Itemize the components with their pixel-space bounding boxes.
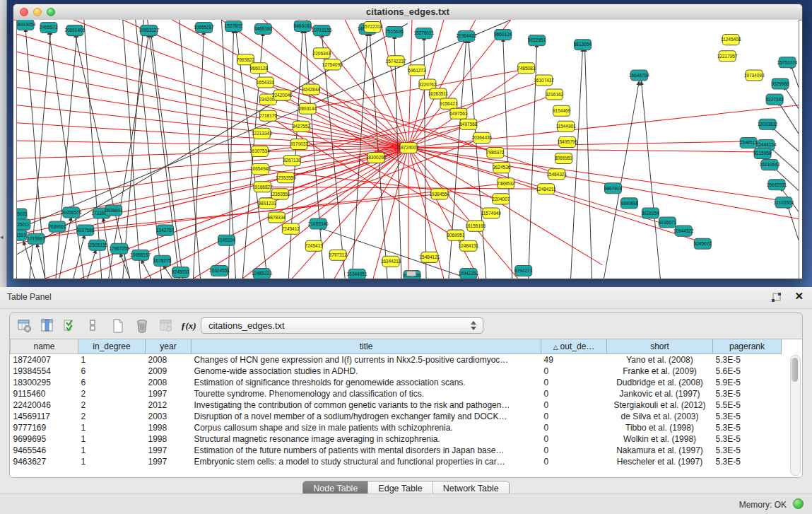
graph-node-yellow[interactable]: 19734093 xyxy=(744,70,765,81)
column-header-title[interactable]: title xyxy=(192,339,541,354)
graph-node-teal[interactable]: 2639061 xyxy=(48,221,66,232)
graph-node-yellow[interactable]: 3216162 xyxy=(546,89,564,100)
graph-node-yellow[interactable]: 16344213 xyxy=(381,256,401,267)
graph-node-teal[interactable]: 1598513 xyxy=(740,137,758,148)
graph-node-teal[interactable]: 9245031 xyxy=(172,267,190,277)
graph-node-yellow[interactable]: 1654331 xyxy=(257,77,275,88)
delete-button[interactable] xyxy=(133,317,151,335)
graph-node-yellow[interactable]: 2718176 xyxy=(259,110,278,121)
float-panel-icon[interactable] xyxy=(770,291,782,304)
graph-node-teal[interactable]: 21053346 xyxy=(308,218,329,229)
table-row[interactable]: 969969511998Structural magnetic resonanc… xyxy=(11,433,782,445)
graph-node-yellow[interactable]: 2206343 xyxy=(313,48,331,59)
graph-node-teal[interactable]: 9097588 xyxy=(76,225,95,235)
network-graph[interactable]: 1831305424055722069140610653327106552871… xyxy=(17,20,799,279)
table-header-row[interactable]: namein_degreeyeartitle△out_de…shortpager… xyxy=(11,339,782,354)
citation-edge-red[interactable] xyxy=(73,20,408,148)
table-settings-button[interactable] xyxy=(16,317,34,335)
graph-node-yellow[interactable]: 2204007 xyxy=(492,194,510,204)
graph-node-teal[interactable]: 1215683 xyxy=(27,233,45,244)
network-canvas[interactable]: 1831305424055722069140610653327106552871… xyxy=(16,20,799,279)
graph-node-yellow[interactable]: 8797312 xyxy=(329,250,348,260)
citation-edge-red[interactable] xyxy=(260,169,498,197)
split-pane-grip[interactable] xyxy=(406,271,416,276)
graph-node-yellow[interactable]: 15484321 xyxy=(546,169,567,180)
graph-node-teal[interactable]: 10324551 xyxy=(209,265,230,276)
graph-node-yellow[interactable]: 11544901 xyxy=(555,121,576,132)
graph-node-yellow[interactable]: 2803144 xyxy=(299,103,317,114)
graph-node-yellow[interactable]: 16155165 xyxy=(465,221,486,231)
graph-node-yellow[interactable]: 9154469 xyxy=(553,105,571,116)
graph-node-teal[interactable]: 1527602 xyxy=(225,21,243,32)
select-column-button[interactable] xyxy=(38,317,57,335)
column-header-pagerank[interactable]: pagerank xyxy=(713,339,782,354)
column-header-out_de[interactable]: △out_de… xyxy=(541,339,607,354)
graph-node-teal[interactable]: 10655287 xyxy=(194,23,214,33)
citation-edge-red[interactable] xyxy=(194,148,408,279)
graph-node-yellow[interactable]: 12213343 xyxy=(252,128,272,139)
graph-node-yellow[interactable]: 6497568 xyxy=(459,119,478,129)
citation-edge-red[interactable] xyxy=(17,148,408,180)
graph-node-teal[interactable]: 16344051 xyxy=(347,269,367,279)
graph-node-yellow[interactable]: 15495796 xyxy=(557,136,577,147)
graph-node-teal[interactable]: 20206576 xyxy=(61,207,81,218)
graph-node-teal[interactable]: 1145194 xyxy=(218,235,235,245)
graph-node-teal[interactable]: 21364432 xyxy=(456,31,476,42)
graph-node-teal[interactable]: 9329966 xyxy=(771,78,789,89)
graph-node-teal[interactable]: 9227343 xyxy=(765,94,784,105)
citation-edge-black[interactable] xyxy=(571,47,583,279)
graph-node-yellow[interactable]: 9156421 xyxy=(440,98,458,109)
graph-node-yellow[interactable]: 8427552 xyxy=(293,121,311,132)
validate-columns-button[interactable] xyxy=(61,317,79,335)
graph-node-teal[interactable]: 10944522 xyxy=(673,226,694,236)
citation-edge-black[interactable] xyxy=(151,33,183,279)
graph-node-teal[interactable]: 1342757 xyxy=(156,225,175,235)
graph-node-teal[interactable]: 18313054 xyxy=(17,20,36,30)
delete-table-button[interactable] xyxy=(157,317,175,335)
citation-edge-black[interactable] xyxy=(123,20,144,279)
citation-edge-black[interactable] xyxy=(123,20,141,279)
graph-node-teal[interactable]: 8813054 xyxy=(574,40,592,50)
column-header-year[interactable]: year xyxy=(146,339,192,354)
graph-node-yellow[interactable]: 16263511 xyxy=(428,88,449,99)
graph-node-teal[interactable]: 8466160 xyxy=(254,24,273,35)
graph-node-yellow[interactable]: 18300295 xyxy=(366,153,387,163)
table-body[interactable]: 1872400712008Changes of HCN gene express… xyxy=(11,354,782,468)
graph-node-yellow[interactable]: 9170031 xyxy=(290,139,309,149)
graph-node-teal[interactable]: 12103504 xyxy=(774,197,794,208)
graph-node-teal[interactable]: 6867919 xyxy=(604,183,623,194)
new-document-button[interactable] xyxy=(109,317,127,335)
graph-node-yellow[interactable]: 11245408 xyxy=(721,35,741,45)
column-header-short[interactable]: short xyxy=(607,339,713,354)
graph-node-teal[interactable]: 10653327 xyxy=(139,25,159,36)
table-row[interactable]: 2242004622012Investigating the contribut… xyxy=(11,399,782,411)
graph-node-teal[interactable]: 5912951 xyxy=(528,35,546,46)
graph-node-yellow[interactable]: 7485083 xyxy=(517,63,536,74)
citation-edge-red[interactable] xyxy=(408,148,760,152)
graph-node-yellow[interactable]: 22420046 xyxy=(272,90,293,100)
graph-node-teal[interactable]: 16648784 xyxy=(629,70,649,81)
graph-node-teal[interactable]: 1935021 xyxy=(17,209,28,219)
graph-node-yellow[interactable]: 10654943 xyxy=(250,164,271,175)
graph-node-yellow[interactable]: 12754093 xyxy=(322,59,343,70)
graph-node-teal[interactable]: 17957255 xyxy=(109,243,129,254)
graph-node-yellow[interactable]: 20364436 xyxy=(471,132,492,143)
vertical-scrollbar[interactable] xyxy=(790,355,801,476)
citation-edge-red[interactable] xyxy=(17,148,408,158)
citation-edge-black[interactable] xyxy=(180,20,201,279)
graph-node-teal[interactable]: 10942251 xyxy=(458,268,478,279)
graph-node-teal[interactable]: 8990898 xyxy=(620,198,639,209)
citation-edge-black[interactable] xyxy=(641,81,660,279)
table-row[interactable]: 1872400712008Changes of HCN gene express… xyxy=(11,354,782,366)
function-builder-button[interactable]: ƒ(x) xyxy=(178,317,196,335)
table-row[interactable]: 1830029562008Estimation of significance … xyxy=(11,377,782,388)
row-height-button[interactable] xyxy=(83,317,102,335)
graph-node-yellow[interactable]: 6961273 xyxy=(408,65,426,76)
graph-node-yellow[interactable]: 8267130 xyxy=(283,156,302,166)
graph-node-teal[interactable]: 1678275 xyxy=(153,255,172,266)
citation-edge-red[interactable] xyxy=(172,20,408,148)
memory-status-icon[interactable] xyxy=(793,498,804,509)
graph-node-yellow[interactable]: 12353551 xyxy=(270,189,290,199)
graph-node-yellow[interactable]: 15742237 xyxy=(386,56,406,66)
graph-node-teal[interactable]: 9245022 xyxy=(694,238,712,249)
